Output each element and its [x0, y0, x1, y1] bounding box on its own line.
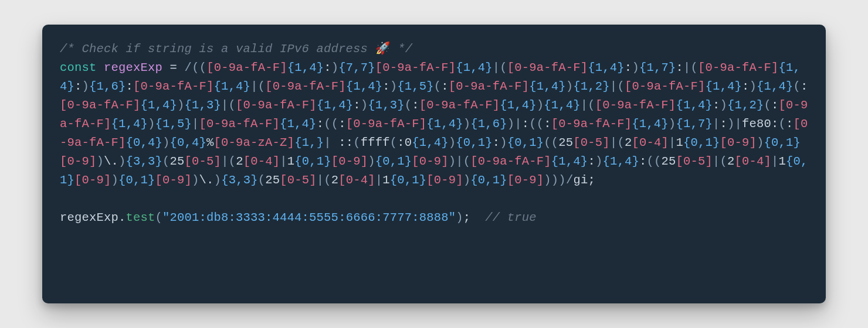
result-comment: // true: [485, 211, 537, 224]
test-argument: "2001:db8:3333:4444:5555:6666:7777:8888": [162, 211, 456, 224]
regex-flags: gi: [573, 173, 588, 187]
keyword-const: const: [60, 61, 97, 74]
regex-open-slash: /: [185, 61, 192, 74]
operator-equals: =: [170, 61, 178, 74]
code-block: /* Check if string is a valid IPv6 addre…: [60, 40, 808, 227]
rocket-icon: 🚀: [375, 42, 391, 56]
regex-close-slash: /: [566, 173, 574, 187]
variable-regexexp: regexExp: [104, 61, 162, 74]
call-object: regexExp: [60, 211, 118, 224]
code-card: /* Check if string is a valid IPv6 addre…: [42, 25, 826, 303]
comment-line: /* Check if string is a valid IPv6 addre…: [60, 42, 412, 56]
method-test: test: [126, 211, 155, 224]
